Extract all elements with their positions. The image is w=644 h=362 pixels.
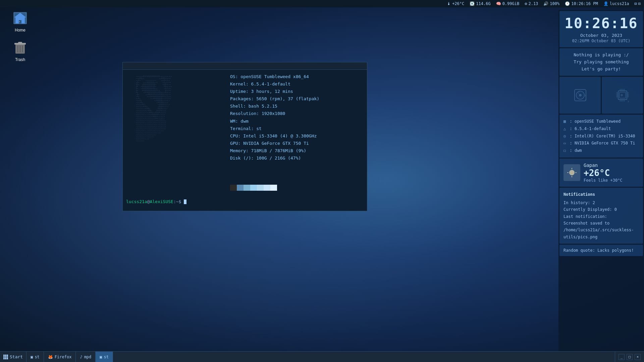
- terminal-ascii-art: ......::::::::::::::.......... ...::.. .…: [126, 73, 227, 143]
- svg-point-38: [569, 170, 575, 175]
- svg-rect-50: [5, 358, 6, 359]
- music-icon: ♪: [80, 355, 82, 359]
- media-card-right[interactable]: ⚙ ›: [602, 77, 643, 114]
- notif-message: Screenshot saved to /home/lucss21a/.src/…: [564, 220, 639, 240]
- terminal-window: ......::::::::::::::.......... ...::.. .…: [122, 62, 367, 211]
- swatch-bright: [270, 185, 277, 191]
- home-icon-item[interactable]: Home: [7, 10, 34, 33]
- music-player-icon: ♪ › ›: [572, 87, 589, 104]
- si-wm: ◻ : dwm: [564, 147, 639, 155]
- cpu-icon: ⚙ ›: [614, 87, 631, 104]
- sysinfo-block: ▦ : openSUSE Tumbleweed △ : 6.5.4-1-defa…: [559, 115, 643, 158]
- home-icon-graphic: [12, 10, 28, 26]
- status-time: 🕐 10:26:16 PM: [565, 1, 598, 6]
- weather-info: Gapan +26°C Feels like +30°C: [584, 163, 639, 183]
- notifications-title: Notifications: [564, 191, 639, 198]
- prompt-username: lucss21a: [126, 199, 147, 204]
- svg-rect-44: [5, 355, 6, 356]
- weather-temp: +26°C: [584, 168, 639, 178]
- clock-utc: 02:26PM October 03 (UTC): [564, 39, 639, 43]
- status-disk: 💽 114.6G: [470, 1, 490, 6]
- temp-icon: 🌡: [447, 1, 451, 6]
- terminal-sysinfo: OS: openSUSE Tumbleweed x86_64 Kernel: 6…: [230, 73, 319, 162]
- status-volume: 🔊 100%: [543, 1, 559, 6]
- clock-icon: 🕐: [565, 1, 570, 6]
- swatch-cyan: [250, 185, 257, 191]
- music-line1: Nothing is playing :/: [564, 52, 639, 59]
- icons-row: ♪ › ›: [559, 77, 643, 114]
- taskbar: Start ▣ st 🦊 Firefox ♪ mpd ▣ st _ □: [0, 351, 644, 362]
- window-controls[interactable]: _ □ ×: [619, 354, 641, 360]
- home-svg-icon: [12, 10, 28, 26]
- status-window-controls[interactable]: ⊟ ⊡: [635, 1, 641, 6]
- svg-rect-47: [5, 356, 6, 358]
- desktop: 🌡 +26°C 💽 114.6G 🧠 0.99GiB ⚙ 2.13 🔊 100%…: [0, 0, 644, 362]
- music-line2: Try playing something: [564, 59, 639, 66]
- trash-icon-item[interactable]: Trash: [7, 40, 34, 62]
- taskbar-item-st-active[interactable]: ▣ st: [96, 352, 113, 362]
- status-user: 👤 lucss21a: [603, 1, 629, 6]
- desktop-icons: Home Trash: [7, 10, 34, 62]
- svg-rect-43: [3, 355, 5, 356]
- weather-feels: Feels like +30°C: [584, 178, 639, 183]
- weather-block: Gapan +26°C Feels like +30°C: [559, 159, 643, 187]
- terminal-active-icon: ▣: [100, 355, 102, 359]
- svg-rect-45: [7, 355, 8, 356]
- svg-rect-7: [18, 42, 22, 43]
- terminal-icon: ▣: [31, 355, 33, 359]
- si-gpu: ▭ : NVIDIA GeForce GTX 750 Ti: [564, 140, 639, 147]
- taskbar-item-st[interactable]: ▣ st: [26, 352, 44, 362]
- swatch-white: [264, 185, 270, 191]
- svg-text:♪: ♪: [578, 90, 580, 94]
- home-label: Home: [13, 27, 27, 33]
- svg-text:›: ›: [584, 97, 587, 103]
- svg-point-13: [579, 94, 582, 97]
- taskbar-items: ▣ st 🦊 Firefox ♪ mpd ▣ st: [26, 352, 615, 362]
- swatch-lightblue: [244, 185, 250, 191]
- trash-svg-icon: [12, 40, 28, 56]
- notif-last-label: Last notification:: [564, 213, 639, 220]
- taskbar-item-mpd[interactable]: ♪ mpd: [76, 352, 96, 362]
- si-kernel: △ : 6.5.4-1-default: [564, 125, 639, 133]
- volume-icon: 🔊: [543, 1, 548, 6]
- notif-history: In history: 2: [564, 199, 639, 206]
- si-cpu: ◎ : Intel(R) Core(TM) i5-3340: [564, 133, 639, 140]
- swatch-paleblue: [257, 185, 264, 191]
- status-temp: 🌡 +26°C: [447, 1, 464, 6]
- notifications-block: Notifications In history: 2 Currently Di…: [559, 188, 643, 244]
- ram-icon: 🧠: [496, 1, 501, 6]
- weather-sun-icon: [566, 167, 578, 179]
- terminal-titlebar[interactable]: [123, 62, 367, 70]
- clock-block: 10:26:16 October 03, 2023 02:26PM Octobe…: [559, 11, 643, 47]
- start-label: Start: [10, 354, 23, 359]
- svg-text:›: ›: [627, 99, 630, 104]
- svg-text:⚙: ⚙: [621, 93, 623, 97]
- right-panel: 10:26:16 October 03, 2023 02:26PM Octobe…: [558, 10, 644, 351]
- taskbar-item-firefox[interactable]: 🦊 Firefox: [44, 352, 76, 362]
- firefox-icon: 🦊: [48, 355, 53, 359]
- swatch-blue: [237, 185, 244, 191]
- weather-icon-box: [564, 164, 580, 181]
- music-line3: Let's go party!: [564, 66, 639, 73]
- trash-icon-graphic: [12, 40, 28, 56]
- weather-city: Gapan: [584, 163, 639, 168]
- close-button[interactable]: ×: [635, 354, 641, 360]
- media-card-left[interactable]: ♪ › ›: [559, 77, 601, 114]
- statusbar: 🌡 +26°C 💽 114.6G 🧠 0.99GiB ⚙ 2.13 🔊 100%…: [0, 0, 644, 7]
- si-os: ▦ : openSUSE Tumbleweed: [564, 118, 639, 125]
- terminal-prompt[interactable]: lucss21a@AlexiSUSE:~$: [126, 199, 186, 204]
- swatch-black: [230, 185, 237, 191]
- taskbar-start-button[interactable]: Start: [0, 352, 26, 362]
- prompt-hostname: AlexiSUSE: [150, 199, 173, 204]
- user-icon: 👤: [603, 1, 608, 6]
- color-bar: [230, 185, 277, 191]
- trash-label: Trash: [14, 57, 26, 62]
- status-ram: 🧠 0.99GiB: [496, 1, 520, 6]
- taskbar-right: _ □ ×: [615, 352, 644, 362]
- random-quote: Random quote: Lacks polygons!: [564, 248, 634, 253]
- minimize-button[interactable]: _: [619, 354, 625, 360]
- clock-date: October 03, 2023: [564, 33, 639, 38]
- maximize-button[interactable]: □: [627, 354, 633, 360]
- svg-rect-46: [3, 356, 5, 358]
- svg-rect-49: [3, 358, 5, 359]
